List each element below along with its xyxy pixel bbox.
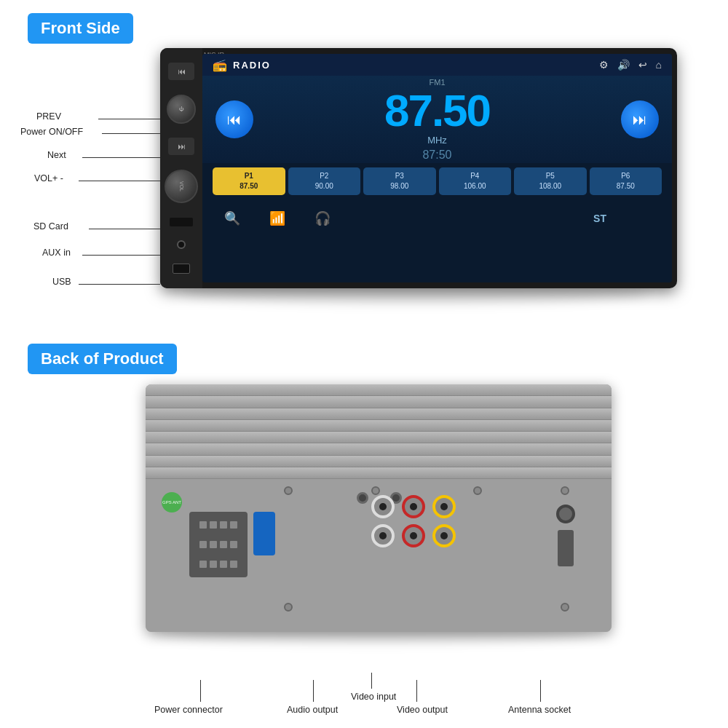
preset-p6[interactable]: P6 87.50 xyxy=(590,167,662,195)
fin-6 xyxy=(146,443,612,455)
fin-3 xyxy=(146,408,612,420)
rca-white-1 xyxy=(371,495,395,518)
ann-vol: VOL+ - xyxy=(34,173,63,183)
fin-4 xyxy=(146,420,612,432)
pin xyxy=(199,541,207,548)
screen-topbar: 📻 RADIO ⚙ 🔊 ↩ ⌂ xyxy=(202,54,672,76)
pin xyxy=(220,541,227,548)
ann-line-vol xyxy=(79,181,160,181)
prev-track-button[interactable]: ⏮ xyxy=(215,100,253,138)
home-icon: ⌂ xyxy=(656,59,662,71)
screw-6 xyxy=(561,603,569,612)
ann-line-antenna-socket xyxy=(540,680,541,702)
eq-icon: ⚙ xyxy=(599,59,609,71)
pin xyxy=(230,521,237,529)
bluetooth-icon[interactable]: 🎧 xyxy=(314,210,331,226)
pin xyxy=(210,561,217,568)
ann-power-connector: Power connector xyxy=(154,705,223,715)
power-connector xyxy=(189,512,248,577)
back-icon: ↩ xyxy=(638,59,647,71)
power-knob[interactable]: ⏻ xyxy=(167,95,196,124)
ann-line-aux xyxy=(82,255,160,256)
ann-aux: AUX in xyxy=(42,248,71,258)
volume-icon: 🔊 xyxy=(617,59,630,71)
ann-line-prev xyxy=(98,119,160,119)
green-sticker: GPS ANT xyxy=(162,492,182,513)
radio-icon: 📻 xyxy=(213,58,227,72)
st-label: ST xyxy=(593,213,606,224)
rca-row-2 xyxy=(371,524,456,547)
next-button[interactable]: ⏭ xyxy=(168,138,194,155)
vol-knob[interactable]: VOL xyxy=(165,170,198,203)
ann-line-power xyxy=(102,133,160,134)
rca-yellow-1 xyxy=(432,495,456,518)
front-section: Front Side MIC IR ⏮ ⏻ ⏭ VOL xyxy=(0,13,728,333)
antenna-socket xyxy=(556,505,575,523)
pin xyxy=(230,541,237,548)
ann-sd: SD Card xyxy=(33,221,68,232)
pin-row-2 xyxy=(199,541,237,548)
preset-p5[interactable]: P5 108.00 xyxy=(514,167,587,195)
freq-number: 87.50 xyxy=(253,88,621,133)
ann-next: Next xyxy=(47,150,66,160)
screen-toolbar: 🔍 📶 🎧 ST xyxy=(202,199,672,237)
back-unit: GPS ANT xyxy=(146,384,612,632)
freq-display: FM1 87.50 MHz 87:50 xyxy=(253,78,621,162)
aux-jack[interactable] xyxy=(177,240,186,249)
pin xyxy=(210,541,217,548)
prev-button[interactable]: ⏮ xyxy=(168,63,194,80)
screw-1 xyxy=(284,486,293,495)
usb-port[interactable] xyxy=(173,264,190,274)
rca-row-1 xyxy=(371,495,456,518)
fin-1 xyxy=(146,384,612,396)
blue-connector xyxy=(253,512,275,555)
search-icon[interactable]: 🔍 xyxy=(224,210,240,226)
ann-audio-output: Audio output xyxy=(287,705,338,715)
freq-time: 87:50 xyxy=(253,149,621,162)
left-control-strip: ⏮ ⏻ ⏭ VOL xyxy=(160,48,202,288)
antenna-jack-body xyxy=(558,530,574,566)
pin xyxy=(220,561,227,568)
ann-usb: USB xyxy=(52,277,71,287)
topbar-right: ⚙ 🔊 ↩ ⌂ xyxy=(599,59,662,71)
rca-red-1 xyxy=(402,495,425,518)
preset-p3[interactable]: P3 98.00 xyxy=(363,167,436,195)
rca-white-2 xyxy=(371,524,395,547)
heatsink xyxy=(146,384,612,479)
rca-yellow-2 xyxy=(432,524,456,547)
ann-video-output: Video output xyxy=(397,705,448,715)
preset-p1[interactable]: P1 87.50 xyxy=(213,167,285,195)
wifi-icon[interactable]: 📶 xyxy=(269,210,285,226)
rca-ports-area xyxy=(371,495,456,547)
back-label: Back of Product xyxy=(28,344,177,374)
freq-unit: MHz xyxy=(253,135,621,146)
front-label: Front Side xyxy=(28,13,133,44)
small-jack-left xyxy=(357,492,368,504)
ann-video-input: Video input xyxy=(351,692,396,702)
ann-line-sd xyxy=(89,229,160,229)
topbar-left: 📻 RADIO xyxy=(213,58,271,72)
fin-2 xyxy=(146,396,612,408)
screw-2 xyxy=(371,486,380,495)
fin-7 xyxy=(146,456,612,467)
pin xyxy=(199,521,207,529)
screen: 📻 RADIO ⚙ 🔊 ↩ ⌂ ⏮ FM1 87.50 MHz 87:50 xyxy=(202,54,672,282)
pin xyxy=(210,521,217,529)
pin-row-3 xyxy=(199,561,237,568)
pin-row-1 xyxy=(199,521,237,529)
preset-p2[interactable]: P2 90.00 xyxy=(288,167,361,195)
screen-main: ⏮ FM1 87.50 MHz 87:50 ⏭ xyxy=(202,76,672,163)
next-track-button[interactable]: ⏭ xyxy=(621,100,659,138)
ann-line-usb xyxy=(79,284,160,285)
screen-title: RADIO xyxy=(233,60,271,71)
screw-4 xyxy=(561,486,569,495)
sd-card-slot[interactable] xyxy=(170,218,193,226)
pin xyxy=(199,561,207,568)
presets-row: P1 87.50P2 90.00P3 98.00P4 106.00P5 108.… xyxy=(202,163,672,199)
ann-power: Power ON/OFF xyxy=(20,127,83,137)
pin xyxy=(220,521,227,529)
screw-3 xyxy=(473,486,482,495)
preset-p4[interactable]: P4 106.00 xyxy=(439,167,512,195)
fin-8 xyxy=(146,467,612,479)
screw-5 xyxy=(284,603,293,612)
